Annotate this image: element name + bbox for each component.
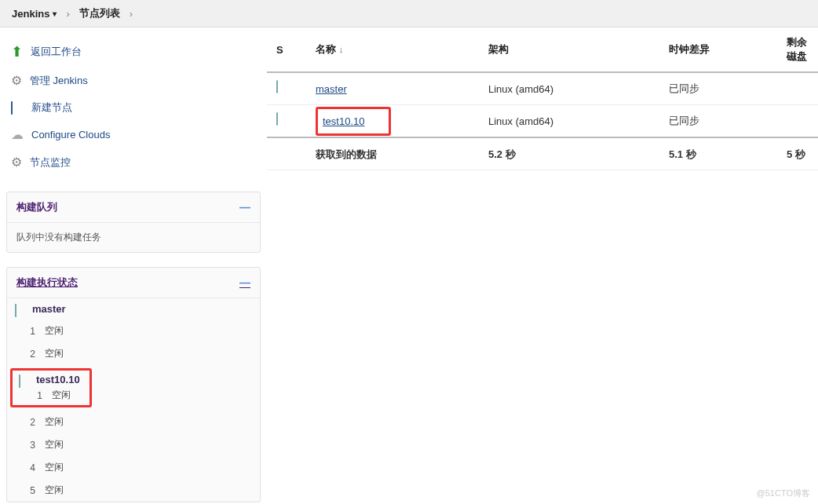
executors-title[interactable]: 构建执行状态 [16, 276, 78, 290]
executor-slot: 5空闲 [7, 479, 260, 502]
clock-cell: 已同步 [659, 72, 777, 105]
table-footer: 获取到的数据 5.2 秒 5.1 秒 5 秒 [267, 137, 818, 170]
executor-slot: 2空闲 [7, 411, 260, 433]
nav-new-node[interactable]: 新建节点 [6, 94, 261, 121]
nav-manage-jenkins[interactable]: ⚙ 管理 Jenkins [6, 67, 261, 94]
node-link-master[interactable]: master [316, 83, 347, 95]
executor-slot: 1空闲 [17, 387, 85, 404]
executors-panel: 构建执行状态 — master 1空闲 2空闲 test10.10 1空闲 2 [6, 267, 261, 502]
col-disk[interactable]: 剩余磁盘 [777, 27, 818, 72]
build-queue-empty: 队列中没有构建任务 [7, 223, 260, 252]
up-arrow-icon: ⬆ [11, 43, 23, 60]
col-status[interactable]: S [267, 27, 306, 72]
sort-down-icon: ↓ [339, 45, 344, 54]
computer-icon [276, 81, 294, 97]
table-row[interactable]: master Linux (amd64) 已同步 [267, 72, 818, 105]
col-clock[interactable]: 时钟差异 [659, 27, 777, 72]
executor-slot: 4空闲 [7, 456, 260, 479]
build-queue-title: 构建队列 [16, 200, 57, 214]
cloud-icon: ☁ [11, 127, 24, 142]
col-arch[interactable]: 架构 [479, 27, 659, 72]
executor-node-master[interactable]: master [7, 298, 260, 320]
breadcrumb-current[interactable]: 节点列表 [79, 6, 120, 20]
monitor-icon [11, 102, 24, 113]
computer-icon [19, 375, 30, 385]
computer-icon [15, 305, 26, 314]
watermark: @51CTO博客 [757, 488, 810, 499]
nav-configure-clouds[interactable]: ☁ Configure Clouds [6, 121, 261, 148]
main-content: S 名称 ↓ 架构 时钟差异 剩余磁盘 master Linux (amd64)… [267, 27, 818, 504]
build-queue-panel: 构建队列 — 队列中没有构建任务 [6, 192, 261, 253]
node-link-test1010[interactable]: test10.10 [323, 115, 365, 127]
breadcrumb-root[interactable]: Jenkins ▾ [12, 8, 57, 20]
sidebar: ⬆ 返回工作台 ⚙ 管理 Jenkins 新建节点 ☁ Configure Cl… [0, 27, 267, 504]
chevron-right-icon: › [130, 8, 133, 20]
executor-slot: 1空闲 [7, 320, 260, 342]
collapse-icon[interactable]: — [239, 276, 250, 289]
nav-node-monitoring[interactable]: ⚙ 节点监控 [6, 148, 261, 176]
executor-node-test1010[interactable]: test10.10 [17, 372, 85, 387]
gear-icon: ⚙ [11, 155, 22, 170]
executor-slot: 2空闲 [7, 342, 260, 365]
arch-cell: Linux (amd64) [479, 72, 659, 105]
gear-icon: ⚙ [11, 73, 22, 88]
nodes-table: S 名称 ↓ 架构 时钟差异 剩余磁盘 master Linux (amd64)… [267, 27, 818, 170]
caret-down-icon: ▾ [53, 9, 57, 18]
clock-cell: 已同步 [659, 105, 777, 138]
col-name[interactable]: 名称 ↓ [306, 27, 479, 72]
arch-cell: Linux (amd64) [479, 105, 659, 138]
chevron-right-icon: › [66, 8, 69, 20]
executor-slot: 3空闲 [7, 433, 260, 456]
computer-icon [276, 113, 294, 129]
collapse-icon[interactable]: — [239, 201, 250, 214]
nav-back-to-dashboard[interactable]: ⬆ 返回工作台 [6, 37, 261, 67]
table-row[interactable]: test10.10 Linux (amd64) 已同步 [267, 105, 818, 138]
breadcrumb: Jenkins ▾ › 节点列表 › [0, 0, 818, 27]
